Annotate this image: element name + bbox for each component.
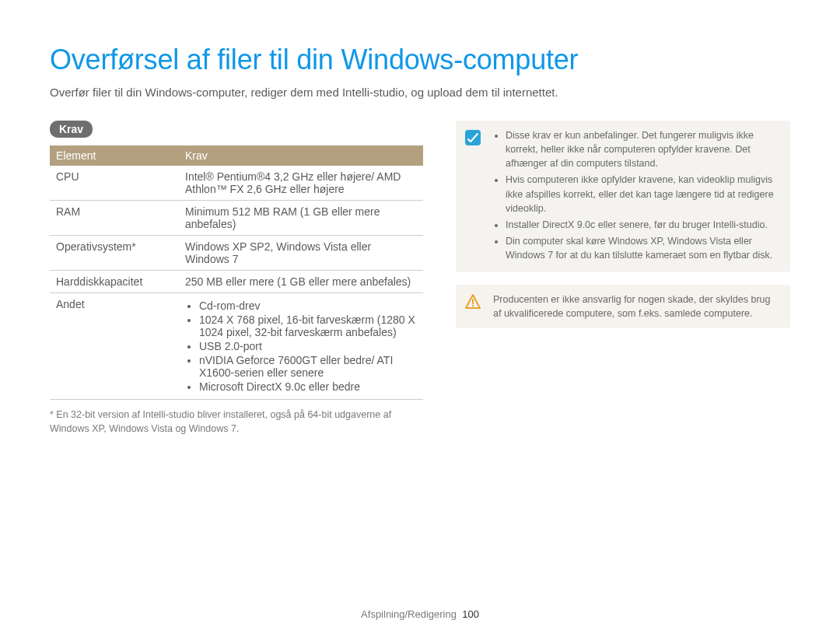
cell-value: 250 MB eller mere (1 GB eller mere anbef… [179, 271, 423, 293]
table-row: CPU Intel® Pentium®4 3,2 GHz eller højer… [50, 166, 423, 201]
table-row: Harddiskkapacitet 250 MB eller mere (1 G… [50, 271, 423, 293]
svg-point-2 [472, 305, 474, 306]
cell-label: Andet [50, 293, 179, 400]
table-header-krav: Krav [179, 145, 423, 166]
cell-label: Harddiskkapacitet [50, 271, 179, 293]
warning-text: Producenten er ikke ansvarlig for nogen … [493, 292, 779, 321]
svg-rect-0 [465, 130, 481, 145]
table-footnote: * En 32-bit version af Intelli-studio bl… [50, 408, 423, 436]
list-item: 1024 X 768 pixel, 16-bit farveskærm (128… [199, 313, 417, 338]
note-icon [464, 128, 482, 147]
cell-label: Operativsystem* [50, 236, 179, 271]
cell-value: Windows XP SP2, Windows Vista eller Wind… [179, 236, 423, 271]
table-header-element: Element [50, 145, 179, 166]
list-item: USB 2.0-port [199, 340, 417, 352]
table-row: Andet Cd-rom-drev 1024 X 768 pixel, 16-b… [50, 293, 423, 400]
cell-value: Intel® Pentium®4 3,2 GHz eller højere/ A… [179, 166, 423, 201]
page-footer: Afspilning/Redigering 100 [0, 608, 840, 620]
note-item: Disse krav er kun anbefalinger. Det fung… [506, 128, 779, 170]
list-item: Cd-rom-drev [199, 299, 417, 312]
warning-note: Producenten er ikke ansvarlig for nogen … [456, 285, 790, 328]
intro-text: Overfør filer til din Windows-computer, … [50, 86, 790, 99]
cell-label: CPU [50, 166, 179, 201]
warning-icon [464, 292, 482, 311]
note-item: Installer DirectX 9.0c eller senere, før… [506, 218, 779, 232]
cell-value: Minimum 512 MB RAM (1 GB eller mere anbe… [179, 201, 423, 236]
footer-section: Afspilning/Redigering [361, 608, 457, 620]
footer-page-number: 100 [462, 608, 479, 620]
cell-value: Cd-rom-drev 1024 X 768 pixel, 16-bit far… [179, 293, 423, 400]
table-row: Operativsystem* Windows XP SP2, Windows … [50, 236, 423, 271]
requirements-table: Element Krav CPU Intel® Pentium®4 3,2 GH… [50, 145, 423, 400]
section-heading-pill: Krav [50, 121, 93, 138]
table-row: RAM Minimum 512 MB RAM (1 GB eller mere … [50, 201, 423, 236]
page-title: Overførsel af filer til din Windows-comp… [50, 44, 790, 76]
list-item: Microsoft DirectX 9.0c eller bedre [199, 380, 417, 393]
note-item: Din computer skal køre Windows XP, Windo… [506, 234, 779, 262]
cell-label: RAM [50, 201, 179, 236]
info-note: Disse krav er kun anbefalinger. Det fung… [456, 121, 790, 272]
note-item: Hvis computeren ikke opfylder kravene, k… [506, 173, 779, 215]
list-item: nVIDIA Geforce 7600GT eller bedre/ ATI X… [199, 354, 417, 379]
